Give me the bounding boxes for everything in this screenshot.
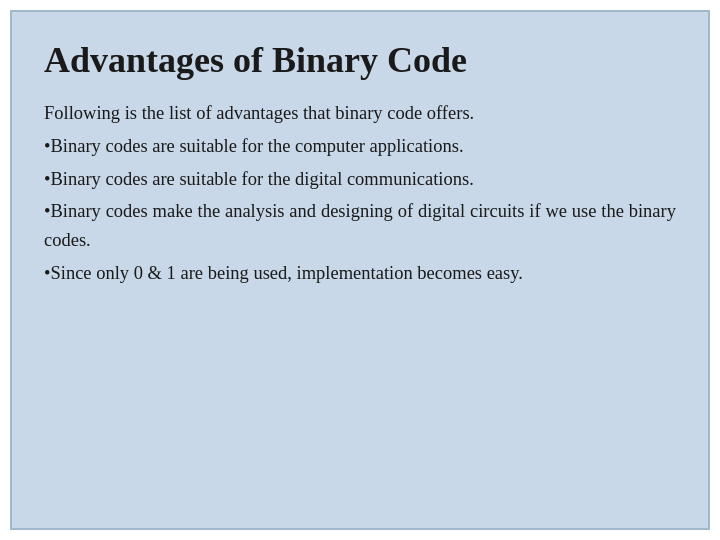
bullet-item-2: •Binary codes are suitable for the digit… xyxy=(44,165,676,194)
slide-title: Advantages of Binary Code xyxy=(44,40,676,81)
slide-container: Advantages of Binary Code Following is t… xyxy=(10,10,710,530)
bullet-item-3: •Binary codes make the analysis and desi… xyxy=(44,197,676,254)
slide-body: Following is the list of advantages that… xyxy=(44,99,676,291)
bullet-item-4: •Since only 0 & 1 are being used, implem… xyxy=(44,259,676,288)
intro-text: Following is the list of advantages that… xyxy=(44,99,676,128)
bullet-item-1: •Binary codes are suitable for the compu… xyxy=(44,132,676,161)
